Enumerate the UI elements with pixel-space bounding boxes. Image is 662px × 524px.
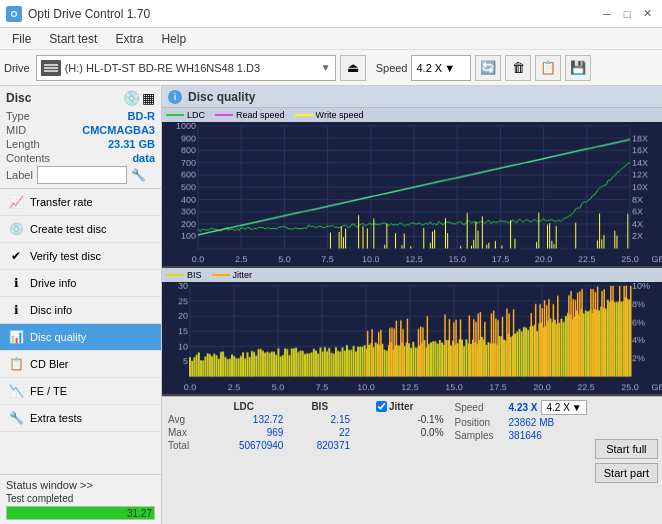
disc-quality-label: Disc quality bbox=[30, 331, 86, 343]
jitter-legend: Jitter bbox=[212, 270, 253, 280]
action-buttons: Start full Start part bbox=[591, 397, 662, 524]
speed-value: 4.2 X bbox=[416, 62, 442, 74]
drive-label: Drive bbox=[4, 62, 30, 74]
disc-length-row: Length 23.31 GB bbox=[6, 138, 155, 150]
stats-row: LDC BIS Jitter Avg 132.72 2. bbox=[162, 396, 662, 524]
title-bar-left: O Opti Drive Control 1.70 bbox=[6, 6, 150, 22]
extra-tests-label: Extra tests bbox=[30, 412, 82, 424]
maximize-button[interactable]: □ bbox=[618, 5, 636, 23]
ldc-col-header: LDC bbox=[201, 400, 286, 413]
chart1-container: LDC Read speed Write speed bbox=[162, 108, 662, 268]
disc-header-icons: 💿 ▦ bbox=[123, 90, 155, 106]
disc-label-row: Label 🔧 bbox=[6, 166, 155, 184]
speed-position-area: Speed 4.23 X 4.2 X ▼ Position 23862 MB S… bbox=[451, 397, 591, 524]
disc-mid-label: MID bbox=[6, 124, 26, 136]
speed-select-arrow-icon: ▼ bbox=[572, 402, 582, 413]
write-speed-legend-label: Write speed bbox=[316, 110, 364, 120]
app-title: Opti Drive Control 1.70 bbox=[28, 7, 150, 21]
chart1-legend: LDC Read speed Write speed bbox=[162, 108, 662, 122]
bis-legend: BIS bbox=[166, 270, 202, 280]
disc-quality-title-icon: i bbox=[168, 90, 182, 104]
sidebar-item-drive-info[interactable]: ℹ Drive info bbox=[0, 270, 161, 297]
drive-value: (H:) HL-DT-ST BD-RE WH16NS48 1.D3 bbox=[65, 62, 317, 74]
speed-select-dropdown[interactable]: 4.2 X ▼ bbox=[541, 400, 586, 415]
avg-bis: 2.15 bbox=[286, 413, 353, 426]
sidebar-item-fe-te[interactable]: 📉 FE / TE bbox=[0, 378, 161, 405]
total-bis: 820371 bbox=[286, 439, 353, 452]
content-area: i Disc quality LDC Read speed Write spee… bbox=[162, 86, 662, 524]
disc-info-label: Disc info bbox=[30, 304, 72, 316]
refresh-button[interactable]: 🔄 bbox=[475, 55, 501, 81]
read-speed-legend-label: Read speed bbox=[236, 110, 285, 120]
menu-help[interactable]: Help bbox=[153, 30, 194, 48]
create-test-disc-icon: 💿 bbox=[8, 221, 24, 237]
disc-icon2: ▦ bbox=[142, 90, 155, 106]
total-ldc: 50670940 bbox=[201, 439, 286, 452]
max-label: Max bbox=[166, 426, 201, 439]
sidebar-item-extra-tests[interactable]: 🔧 Extra tests bbox=[0, 405, 161, 432]
sidebar-item-disc-info[interactable]: ℹ Disc info bbox=[0, 297, 161, 324]
drive-arrow-icon: ▼ bbox=[321, 62, 331, 73]
drive-info-icon: ℹ bbox=[8, 275, 24, 291]
sidebar-item-cd-bler[interactable]: 📋 CD Bler bbox=[0, 351, 161, 378]
sidebar-item-disc-quality[interactable]: 📊 Disc quality bbox=[0, 324, 161, 351]
chart1-canvas bbox=[162, 122, 662, 266]
drive-icon bbox=[41, 60, 61, 76]
sidebar-item-transfer-rate[interactable]: 📈 Transfer rate bbox=[0, 189, 161, 216]
disc-length-value: 23.31 GB bbox=[108, 138, 155, 150]
label-edit-icon[interactable]: 🔧 bbox=[131, 168, 146, 182]
position-value: 23862 MB bbox=[509, 417, 555, 428]
position-label: Position bbox=[455, 417, 505, 428]
speed-selector[interactable]: 4.2 X ▼ bbox=[411, 55, 471, 81]
start-full-button[interactable]: Start full bbox=[595, 439, 658, 459]
samples-row: Samples 381646 bbox=[455, 430, 587, 441]
drive-selector[interactable]: (H:) HL-DT-ST BD-RE WH16NS48 1.D3 ▼ bbox=[36, 55, 336, 81]
position-row: Position 23862 MB bbox=[455, 417, 587, 428]
avg-ldc: 132.72 bbox=[201, 413, 286, 426]
disc-quality-header: i Disc quality bbox=[162, 86, 662, 108]
eject-button[interactable]: ⏏ bbox=[340, 55, 366, 81]
start-part-button[interactable]: Start part bbox=[595, 463, 658, 483]
sidebar-item-verify-test-disc[interactable]: ✔ Verify test disc bbox=[0, 243, 161, 270]
stats-total-row: Total 50670940 820371 bbox=[166, 439, 447, 452]
progress-text: 31.27 bbox=[127, 507, 152, 521]
disc-title: Disc bbox=[6, 91, 31, 105]
erase-button[interactable]: 🗑 bbox=[505, 55, 531, 81]
status-window[interactable]: Status window >> Test completed 31.27 bbox=[0, 474, 161, 524]
jitter-col-label: Jitter bbox=[389, 401, 413, 412]
disc-header: Disc 💿 ▦ bbox=[6, 90, 155, 106]
speed-arrow-icon: ▼ bbox=[444, 62, 455, 74]
transfer-rate-label: Transfer rate bbox=[30, 196, 93, 208]
fe-te-icon: 📉 bbox=[8, 383, 24, 399]
stats-avg-row: Avg 132.72 2.15 -0.1% bbox=[166, 413, 447, 426]
menu-start-test[interactable]: Start test bbox=[41, 30, 105, 48]
save-button[interactable]: 💾 bbox=[565, 55, 591, 81]
extra-tests-icon: 🔧 bbox=[8, 410, 24, 426]
fe-te-label: FE / TE bbox=[30, 385, 67, 397]
speed-stat-value: 4.23 X bbox=[509, 402, 538, 413]
status-window-label: Status window >> bbox=[6, 479, 93, 491]
close-button[interactable]: ✕ bbox=[638, 5, 656, 23]
disc-label-input[interactable] bbox=[37, 166, 127, 184]
jitter-checkbox[interactable] bbox=[376, 401, 387, 412]
title-bar-controls: ─ □ ✕ bbox=[598, 5, 656, 23]
disc-mid-row: MID CMCMAGBA3 bbox=[6, 124, 155, 136]
max-jitter: 0.0% bbox=[373, 426, 447, 439]
bis-col-header: BIS bbox=[286, 400, 353, 413]
disc-info-icon: ℹ bbox=[8, 302, 24, 318]
menu-extra[interactable]: Extra bbox=[107, 30, 151, 48]
disc-mid-value: CMCMAGBA3 bbox=[82, 124, 155, 136]
max-bis: 22 bbox=[286, 426, 353, 439]
main-area: Disc 💿 ▦ Type BD-R MID CMCMAGBA3 Length … bbox=[0, 86, 662, 524]
copy-button[interactable]: 📋 bbox=[535, 55, 561, 81]
title-bar: O Opti Drive Control 1.70 ─ □ ✕ bbox=[0, 0, 662, 28]
menu-file[interactable]: File bbox=[4, 30, 39, 48]
minimize-button[interactable]: ─ bbox=[598, 5, 616, 23]
cd-bler-icon: 📋 bbox=[8, 356, 24, 372]
sidebar-item-create-test-disc[interactable]: 💿 Create test disc bbox=[0, 216, 161, 243]
disc-type-value: BD-R bbox=[128, 110, 156, 122]
avg-jitter: -0.1% bbox=[373, 413, 447, 426]
total-label: Total bbox=[166, 439, 201, 452]
avg-label: Avg bbox=[166, 413, 201, 426]
samples-label: Samples bbox=[455, 430, 505, 441]
